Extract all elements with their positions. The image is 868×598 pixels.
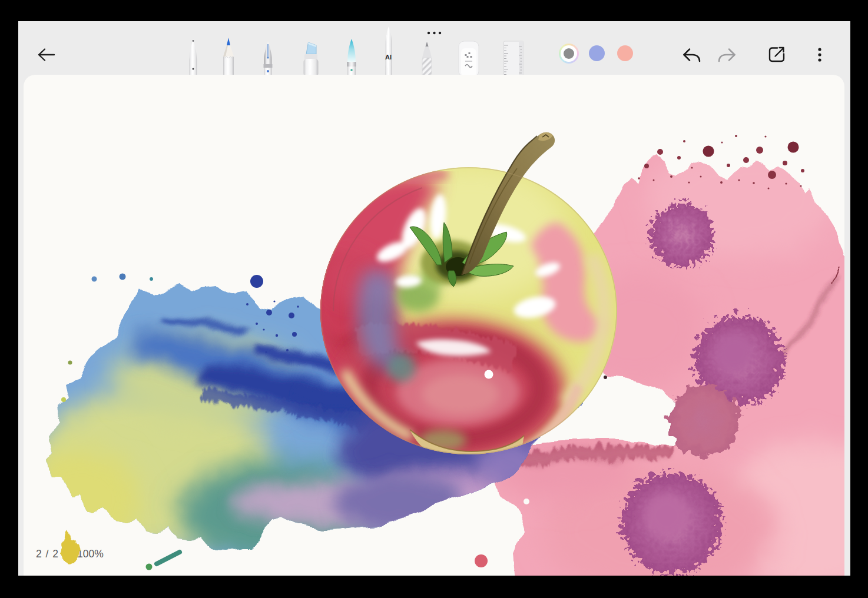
svg-text:100%: 100%: [77, 548, 104, 560]
svg-text:2 / 2: 2 / 2: [36, 548, 59, 560]
svg-text:AI: AI: [385, 54, 392, 61]
